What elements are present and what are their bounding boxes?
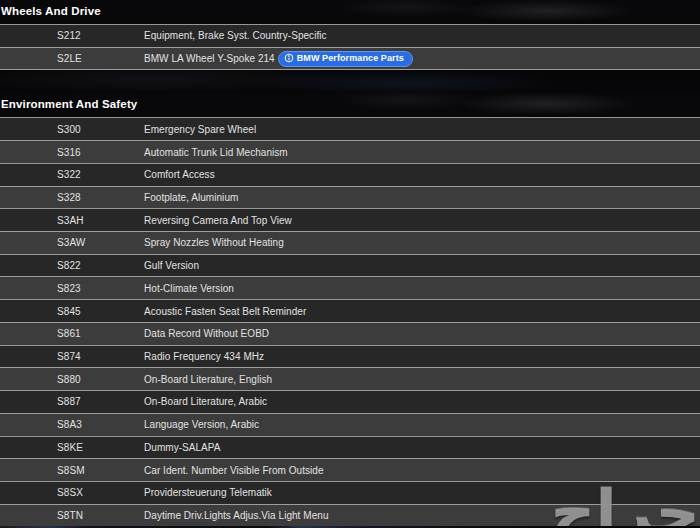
section-header: Environment And Safety [0,93,700,117]
option-description: Providersteuerung Telematik [144,487,272,498]
badge-label: BMW Performance Parts [297,53,404,64]
option-code: S8SX [0,487,144,498]
option-code: S861 [0,328,144,339]
option-description: Spray Nozzles Without Heating [144,237,284,248]
option-description: Gulf Version [144,260,199,271]
option-description: Language Version, Arabic [144,419,259,430]
option-description: Footplate, Aluminium [144,192,238,203]
option-description-text: Gulf Version [144,260,199,271]
option-description-text: Radio Frequency 434 MHz [144,351,264,362]
option-description-text: Providersteuerung Telematik [144,487,272,498]
option-description: On-Board Literature, English [144,374,272,385]
option-code: S322 [0,169,144,180]
bmw-performance-parts-badge[interactable]: BMW Performance Parts [278,51,413,67]
option-code: S874 [0,351,144,362]
option-code: S300 [0,124,144,135]
option-code: S8KE [0,442,144,453]
sections-container: Wheels And DriveS212Equipment, Brake Sys… [0,0,700,527]
table-row[interactable]: S8KEDummy-SALAPA [0,436,700,459]
section-gap [0,70,700,93]
option-code: S822 [0,260,144,271]
table-row[interactable]: S3AWSpray Nozzles Without Heating [0,231,700,254]
option-description: Comfort Access [144,169,215,180]
info-circle-icon [284,53,294,63]
table-row[interactable]: S300Emergency Spare Wheel [0,117,700,140]
option-description: Reversing Camera And Top View [144,215,292,226]
option-code: S316 [0,147,144,158]
option-code: S8A3 [0,419,144,430]
option-description-text: Footplate, Aluminium [144,192,238,203]
option-description-text: Comfort Access [144,169,215,180]
table-row[interactable]: S212Equipment, Brake Syst. Country-Speci… [0,24,700,47]
option-description-text: On-Board Literature, Arabic [144,396,267,407]
option-description: Car Ident. Number Visible From Outside [144,465,324,476]
option-description-text: Reversing Camera And Top View [144,215,292,226]
option-description: Equipment, Brake Syst. Country-Specific [144,30,327,41]
table-row[interactable]: S861Data Record Without EOBD [0,322,700,345]
option-description-text: Automatic Trunk Lid Mechanism [144,147,288,158]
table-row[interactable]: S8A3Language Version, Arabic [0,413,700,436]
option-description: Daytime Driv.Lights Adjus.Via Light Menu [144,510,329,521]
table-row[interactable]: S8SXProvidersteuerung Telematik [0,481,700,504]
option-code: S328 [0,192,144,203]
section-header: Wheels And Drive [0,0,700,24]
section-rows: S212Equipment, Brake Syst. Country-Speci… [0,24,700,70]
table-row[interactable]: S8TNDaytime Driv.Lights Adjus.Via Light … [0,504,700,528]
table-row[interactable]: S880On-Board Literature, English [0,367,700,390]
options-list-screen: Wheels And DriveS212Equipment, Brake Sys… [0,0,700,528]
option-description: Acoustic Fasten Seat Belt Reminder [144,306,306,317]
option-description-text: Spray Nozzles Without Heating [144,237,284,248]
option-description-text: Car Ident. Number Visible From Outside [144,465,324,476]
section-rows: S300Emergency Spare WheelS316Automatic T… [0,117,700,527]
option-description: Automatic Trunk Lid Mechanism [144,147,288,158]
option-description: Emergency Spare Wheel [144,124,256,135]
table-row[interactable]: S822Gulf Version [0,254,700,277]
option-code: S212 [0,30,144,41]
table-row[interactable]: S887On-Board Literature, Arabic [0,390,700,413]
table-row[interactable]: S845Acoustic Fasten Seat Belt Reminder [0,299,700,322]
option-code: S3AH [0,215,144,226]
option-description-text: Equipment, Brake Syst. Country-Specific [144,30,327,41]
option-description-text: On-Board Literature, English [144,374,272,385]
option-code: S880 [0,374,144,385]
table-row[interactable]: S328Footplate, Aluminium [0,186,700,209]
option-description: Hot-Climate Version [144,283,234,294]
option-description-text: Dummy-SALAPA [144,442,221,453]
option-description-text: Language Version, Arabic [144,419,259,430]
option-description: Data Record Without EOBD [144,328,269,339]
option-code: S8SM [0,465,144,476]
table-row[interactable]: S2LEBMW LA Wheel Y-Spoke 214BMW Performa… [0,47,700,71]
option-code: S845 [0,306,144,317]
option-description-text: Data Record Without EOBD [144,328,269,339]
option-code: S823 [0,283,144,294]
option-description-text: Hot-Climate Version [144,283,234,294]
table-row[interactable]: S322Comfort Access [0,163,700,186]
option-code: S887 [0,396,144,407]
option-code: S2LE [0,53,144,64]
option-code: S3AW [0,237,144,248]
table-row[interactable]: S3AHReversing Camera And Top View [0,208,700,231]
table-row[interactable]: S8SMCar Ident. Number Visible From Outsi… [0,458,700,481]
option-description-text: Daytime Driv.Lights Adjus.Via Light Menu [144,510,329,521]
option-description-text: BMW LA Wheel Y-Spoke 214 [144,53,275,64]
option-description: Radio Frequency 434 MHz [144,351,264,362]
option-code: S8TN [0,510,144,521]
table-row[interactable]: S823Hot-Climate Version [0,276,700,299]
table-row[interactable]: S316Automatic Trunk Lid Mechanism [0,140,700,163]
option-description: Dummy-SALAPA [144,442,221,453]
option-description-text: Acoustic Fasten Seat Belt Reminder [144,306,306,317]
option-description-text: Emergency Spare Wheel [144,124,256,135]
table-row[interactable]: S874Radio Frequency 434 MHz [0,345,700,368]
option-description: BMW LA Wheel Y-Spoke 214BMW Performance … [144,51,413,67]
option-description: On-Board Literature, Arabic [144,396,267,407]
